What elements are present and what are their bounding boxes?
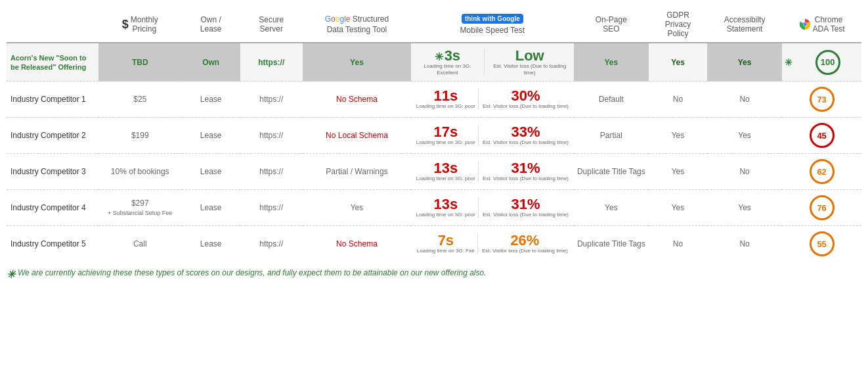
access-value: Yes [738, 203, 751, 212]
row-seo: Duplicate Title Tags [574, 226, 649, 262]
speed-loss: 33% [511, 124, 540, 140]
header-lease: Own / Lease [182, 7, 240, 43]
row-seo: Duplicate Title Tags [574, 154, 649, 190]
row-server: https:// [240, 226, 303, 262]
row-price: $25 [98, 82, 182, 118]
chrome-score: 62 [810, 159, 835, 184]
speed-loss-label: Est. Visitor loss (Due to loading time) [488, 63, 571, 76]
server-value: https:// [259, 239, 283, 248]
server-value: https:// [259, 203, 283, 212]
row-speed: 13s Loading time on 3G: poor 31% Est. Vi… [411, 154, 574, 190]
speed-left: 17s Loading time on 3G: poor [416, 125, 479, 146]
gdpr-value: No [673, 239, 683, 248]
row-gdpr: Yes [649, 154, 707, 190]
row-chrome: 73 [782, 82, 861, 118]
table-row: Industry Competitor 310% of bookingsLeas… [7, 154, 861, 190]
chrome-cell: 45 [785, 123, 859, 148]
header-chrome-line1: Chrome [813, 15, 845, 24]
gdpr-value: No [673, 95, 683, 104]
row-schema: No Schema [303, 226, 411, 262]
header-lease-line2: Lease [184, 24, 238, 34]
schema-value: No Local Schema [326, 131, 388, 140]
comparison-table-container: $ Monthly Pricing Own / Lease Secure Ser… [7, 7, 861, 262]
row-seo: Partial [574, 118, 649, 154]
header-schema-brand: Structured [353, 14, 389, 24]
row-gdpr: Yes [649, 190, 707, 226]
row-access: No [707, 226, 782, 262]
speed-right: 30% Est. Visitor loss (Due to loading ti… [480, 89, 569, 110]
acorn-label: Acorn's New "Soon to be Released" Offeri… [11, 54, 86, 71]
row-chrome: ✳ 100 [782, 43, 861, 82]
lease-value: Lease [200, 239, 222, 248]
speed-loss-label: Est. Visitor loss (Due to loading time) [482, 248, 568, 254]
footer-note: ✳ We are currently achieving these these… [7, 268, 861, 281]
chrome-asterisk: ✳ [785, 57, 792, 68]
price-value: Call [133, 239, 147, 248]
header-access-line2: Statement [710, 24, 779, 34]
price-value: $297 [131, 199, 149, 208]
row-price: $297+ Substancial Setup Fee [98, 190, 182, 226]
header-gdpr: GDPR Privacy Policy [649, 7, 707, 43]
schema-value: No Schema [336, 95, 378, 104]
access-value: No [739, 239, 749, 248]
row-lease: Lease [182, 82, 240, 118]
lease-value: Lease [200, 131, 222, 140]
price-value: $199 [131, 131, 149, 140]
row-lease: Own [182, 43, 240, 82]
header-seo-line1: On-Page [576, 15, 646, 24]
row-gdpr: No [649, 82, 707, 118]
chrome-cell: 55 [785, 231, 859, 256]
gdpr-value: Yes [671, 58, 685, 67]
footer-asterisk: ✳ [7, 268, 15, 281]
schema-value: Yes [350, 58, 364, 67]
table-header: $ Monthly Pricing Own / Lease Secure Ser… [7, 7, 861, 43]
row-access: No [707, 154, 782, 190]
speed-label: Loading time on 3G: poor [416, 212, 475, 218]
table-row: Industry Competitor 4$297+ Substancial S… [7, 190, 861, 226]
row-gdpr: No [649, 226, 707, 262]
row-access: Yes [707, 43, 782, 82]
row-name: Industry Competitor 2 [7, 118, 98, 154]
header-server-line1: Secure [243, 15, 300, 24]
gdpr-value: Yes [672, 167, 685, 176]
table-row: Industry Competitor 5CallLeasehttps://No… [7, 226, 861, 262]
row-chrome: 76 [782, 190, 861, 226]
dollar-icon: $ [122, 18, 129, 32]
row-schema: No Local Schema [303, 118, 411, 154]
access-value: No [739, 95, 749, 104]
speed-left: 11s Loading time on 3G: poor [416, 89, 479, 110]
header-seo: On-Page SEO [574, 7, 649, 43]
header-access: Accessibilty Statement [707, 7, 782, 43]
header-gdpr-line1: GDPR [651, 11, 705, 20]
table-row: Industry Competitor 2$199Leasehttps://No… [7, 118, 861, 154]
comparison-table: $ Monthly Pricing Own / Lease Secure Ser… [7, 7, 861, 262]
row-schema: No Schema [303, 82, 411, 118]
row-chrome: 45 [782, 118, 861, 154]
chrome-score: 55 [810, 231, 835, 256]
chrome-score: 100 [815, 50, 840, 75]
chrome-cell: 76 [785, 195, 859, 220]
schema-value: Partial / Warnings [326, 167, 387, 176]
row-gdpr: Yes [649, 43, 707, 82]
row-seo: Default [574, 82, 649, 118]
header-price: $ Monthly Pricing [98, 7, 182, 43]
access-value: Yes [738, 131, 751, 140]
header-gdpr-line2: Privacy [651, 20, 705, 29]
speed-label: Loading time on 3G: poor [416, 139, 475, 146]
row-server: https:// [240, 82, 303, 118]
header-speed-line2: Mobile Speed Test [414, 26, 571, 35]
speed-time: 17s [434, 124, 458, 140]
server-value: https:// [259, 131, 283, 140]
row-server: https:// [240, 154, 303, 190]
speed-loss: 30% [511, 87, 540, 104]
speed-cell: ✳3s Loading time on 3G: Excellent Low Es… [414, 49, 571, 76]
speed-time: 13s [434, 196, 458, 212]
speed-loss: 31% [511, 160, 540, 176]
speed-label: Loading time on 3G: Excellent [414, 63, 481, 76]
row-name: Industry Competitor 4 [7, 190, 98, 226]
server-value: https:// [259, 95, 283, 104]
chrome-cell: 62 [785, 159, 859, 184]
header-server: Secure Server [240, 7, 303, 43]
speed-time: 13s [434, 160, 458, 176]
header-schema-line2: Data Testing Tool [305, 25, 408, 34]
